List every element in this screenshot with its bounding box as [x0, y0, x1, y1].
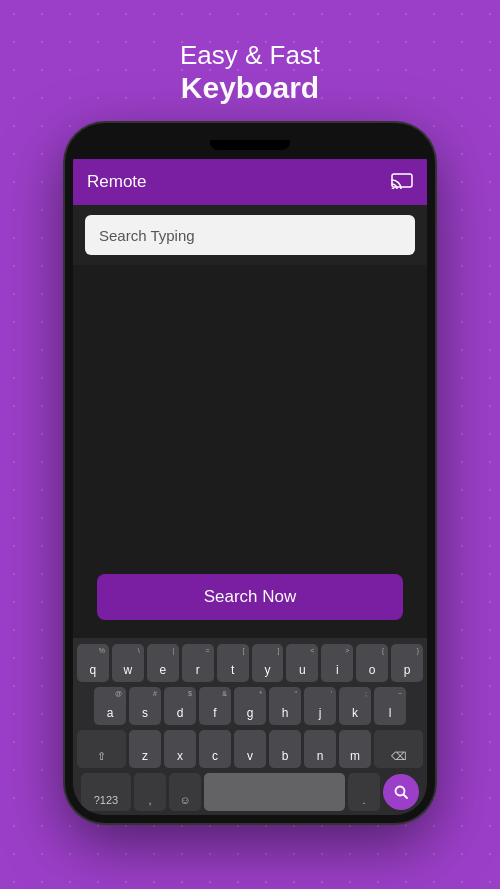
key-emoji[interactable]: ☺	[169, 773, 201, 811]
key-q[interactable]: %q	[77, 644, 109, 682]
key-v[interactable]: v	[234, 730, 266, 768]
search-input[interactable]: Search Typing	[85, 215, 415, 255]
key-e[interactable]: |e	[147, 644, 179, 682]
key-backspace[interactable]: ⌫	[374, 730, 423, 768]
key-w[interactable]: \w	[112, 644, 144, 682]
cast-icon[interactable]	[391, 171, 413, 194]
key-h[interactable]: "h	[269, 687, 301, 725]
key-comma[interactable]: ,	[134, 773, 166, 811]
key-f[interactable]: &f	[199, 687, 231, 725]
key-a[interactable]: @a	[94, 687, 126, 725]
key-p[interactable]: }p	[391, 644, 423, 682]
key-m[interactable]: m	[339, 730, 371, 768]
key-l[interactable]: ~l	[374, 687, 406, 725]
search-now-button[interactable]: Search Now	[97, 574, 403, 620]
phone-notch	[210, 140, 290, 150]
svg-line-3	[404, 795, 408, 799]
key-i[interactable]: >i	[321, 644, 353, 682]
keyboard-row-3: ⇧ z x c v b n m ⌫	[77, 730, 423, 768]
key-y[interactable]: ]y	[252, 644, 284, 682]
main-content	[73, 265, 427, 574]
key-x[interactable]: x	[164, 730, 196, 768]
search-bar-area: Search Typing	[73, 205, 427, 265]
key-o[interactable]: {o	[356, 644, 388, 682]
key-n[interactable]: n	[304, 730, 336, 768]
key-t[interactable]: [t	[217, 644, 249, 682]
keyboard-row-bottom: ?123 , ☺ .	[77, 773, 423, 811]
key-z[interactable]: z	[129, 730, 161, 768]
key-b[interactable]: b	[269, 730, 301, 768]
key-s[interactable]: #s	[129, 687, 161, 725]
key-j[interactable]: 'j	[304, 687, 336, 725]
key-search[interactable]	[383, 774, 419, 810]
phone-notch-area	[73, 131, 427, 159]
key-d[interactable]: $d	[164, 687, 196, 725]
key-k[interactable]: ;k	[339, 687, 371, 725]
key-u[interactable]: <u	[286, 644, 318, 682]
search-now-label: Search Now	[204, 587, 297, 607]
header-line2: Keyboard	[180, 71, 320, 105]
app-bar-title: Remote	[87, 172, 147, 192]
phone-frame: Remote Search Typing Search Now	[65, 123, 435, 823]
key-123[interactable]: ?123	[81, 773, 131, 811]
key-c[interactable]: c	[199, 730, 231, 768]
key-shift[interactable]: ⇧	[77, 730, 126, 768]
app-bar: Remote	[73, 159, 427, 205]
keyboard-row-1: %q \w |e =r [t ]y <u >i {o }p	[77, 644, 423, 682]
keyboard: %q \w |e =r [t ]y <u >i {o }p @a #s $d &…	[73, 638, 427, 815]
header: Easy & Fast Keyboard	[180, 40, 320, 105]
keyboard-row-2: @a #s $d &f *g "h 'j ;k ~l	[77, 687, 423, 725]
header-line1: Easy & Fast	[180, 40, 320, 71]
key-r[interactable]: =r	[182, 644, 214, 682]
key-period[interactable]: .	[348, 773, 380, 811]
search-input-text: Search Typing	[99, 227, 195, 244]
key-space[interactable]	[204, 773, 345, 811]
key-g[interactable]: *g	[234, 687, 266, 725]
